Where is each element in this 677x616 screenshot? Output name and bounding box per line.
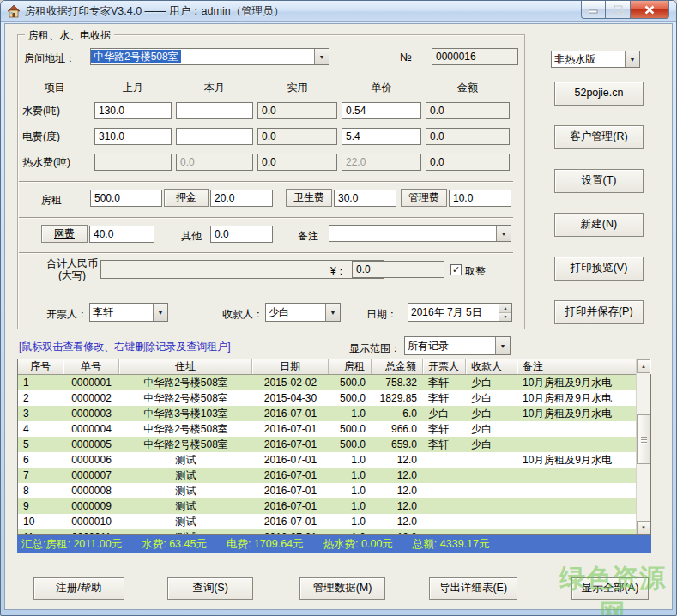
management-field[interactable]: 10.0 [449, 190, 511, 207]
sanitation-button[interactable]: 卫生费 [286, 189, 332, 207]
spin-down-icon[interactable]: ▼ [499, 313, 511, 322]
table-cell: 2016-07-01 [252, 437, 329, 452]
utility-field: 0.0 [257, 128, 337, 145]
chevron-down-icon[interactable]: ▼ [625, 51, 639, 67]
internet-button[interactable]: 网费 [41, 225, 88, 243]
maximize-button[interactable] [606, 1, 631, 19]
utility-field[interactable] [176, 102, 253, 119]
deposit-field[interactable]: 20.0 [210, 190, 273, 207]
table-cell [466, 468, 517, 483]
close-button[interactable] [631, 1, 669, 19]
management-button[interactable]: 管理费 [401, 189, 447, 207]
export-detail-button[interactable]: 导出详细表(E) [429, 577, 517, 600]
manage-data-button[interactable]: 管理数据(M) [299, 577, 385, 600]
table-row[interactable]: 100000010测试2016-07-011.012.0 [18, 514, 636, 529]
internet-field[interactable]: 40.0 [89, 226, 154, 243]
table-cell: 少白 [466, 390, 517, 406]
query-button[interactable]: 查询(S) [167, 577, 253, 600]
remark-combobox[interactable]: ▼ [329, 225, 511, 242]
scroll-up-icon[interactable]: ▲ [637, 359, 650, 373]
other-field[interactable]: 0.0 [210, 226, 273, 243]
table-cell: 10月房租及9月水电 [517, 406, 636, 421]
version-combobox[interactable]: 非热水版 ▼ [551, 51, 640, 68]
spin-up-icon[interactable]: ▲ [499, 304, 511, 313]
round-checkbox[interactable]: ✓ [450, 264, 462, 275]
table-cell [423, 452, 466, 468]
customer-manage-button[interactable]: 客户管理(R) [554, 125, 644, 149]
header-address[interactable]: 住址 [119, 359, 252, 374]
print-preview-button[interactable]: 打印预览(V) [554, 257, 644, 281]
chevron-down-icon[interactable]: ▼ [496, 226, 511, 241]
chevron-down-icon[interactable]: ▼ [325, 304, 340, 321]
scope-combobox[interactable]: 所有记录 ▼ [404, 336, 511, 355]
table-row[interactable]: 110000011测试2016-07-011.012.0 [18, 529, 636, 534]
table-row[interactable]: 40000004中华路2号楼508室2016-07-01500.0966.0李轩… [18, 421, 636, 437]
utility-field[interactable]: 0.54 [342, 102, 421, 119]
date-field[interactable]: 2016年 7月 5日 ▲ ▼ [408, 303, 512, 322]
table-row[interactable]: 10000001中华路2号楼508室2015-02-02500.0758.32李… [18, 375, 636, 390]
utility-field[interactable] [176, 128, 253, 145]
payee-combobox[interactable]: 少白 ▼ [265, 303, 341, 322]
col-amount: 金额 [426, 81, 510, 95]
scroll-thumb[interactable] [637, 414, 650, 464]
chevron-down-icon[interactable]: ▼ [495, 337, 510, 354]
scroll-down-icon[interactable]: ▼ [637, 521, 650, 534]
table-row[interactable]: 20000002中华路2号楼508室2015-04-30500.01829.85… [18, 390, 636, 406]
utility-row: 水费(吨)130.00.00.540.0 [19, 98, 515, 124]
table-row[interactable]: 60000006测试2016-07-011.012.010月房租及9月水电 [18, 452, 636, 468]
date-spinner[interactable]: ▲ ▼ [499, 304, 511, 321]
table-row[interactable]: 70000007测试2016-07-011.012.0 [18, 468, 636, 483]
header-total[interactable]: 总金额 [372, 359, 423, 374]
register-help-button[interactable]: 注册/帮助 [33, 577, 124, 600]
table-cell: 3 [18, 406, 63, 421]
utility-field[interactable]: 130.0 [94, 102, 172, 119]
col-used: 实用 [257, 81, 337, 95]
rent-field[interactable]: 500.0 [90, 190, 162, 207]
header-remark[interactable]: 备注 [517, 359, 650, 374]
table-row[interactable]: 50000005中华路2号楼508室2016-07-01500.0659.0李轩… [18, 437, 636, 452]
payee-value: 少白 [266, 305, 325, 319]
table-row[interactable]: 90000009测试2016-07-011.012.0 [18, 498, 636, 514]
utility-field: 22.0 [342, 154, 421, 171]
header-issuer[interactable]: 开票人 [423, 359, 466, 374]
table-cell: 2016-07-01 [252, 468, 329, 483]
table-cell: 少白 [466, 406, 517, 421]
table-cell: 1.0 [329, 406, 372, 421]
header-order-no[interactable]: 单号 [63, 359, 119, 374]
deposit-button[interactable]: 押金 [164, 189, 209, 207]
utility-grid-body: 水费(吨)130.00.00.540.0电费(度)310.00.05.40.0热… [19, 98, 515, 175]
chevron-down-icon[interactable]: ▼ [314, 49, 329, 64]
table-cell [423, 483, 466, 498]
utility-field[interactable]: 5.4 [342, 128, 421, 145]
receipt-no-field: 0000016 [432, 48, 518, 65]
vertical-scrollbar[interactable]: ▲ ▼ [636, 359, 650, 534]
settings-button[interactable]: 设置(T) [554, 169, 644, 193]
table-cell: 0000008 [63, 483, 119, 498]
table-cell: 2016-07-01 [252, 529, 329, 534]
header-seq[interactable]: 序号 [18, 359, 63, 374]
table-row[interactable]: 80000008测试2016-07-011.012.0 [18, 483, 636, 498]
print-save-button[interactable]: 打印并保存(P) [554, 300, 644, 324]
issuer-combobox[interactable]: 李轩 ▼ [89, 303, 168, 322]
sanitation-field[interactable]: 30.0 [334, 190, 396, 207]
address-combobox[interactable]: 中华路2号楼508室 ▼ [90, 48, 329, 65]
separator [19, 252, 513, 254]
chevron-down-icon[interactable]: ▼ [153, 304, 167, 321]
header-payee[interactable]: 收款人 [466, 359, 517, 374]
new-button[interactable]: 新建(N) [554, 213, 644, 237]
header-rent[interactable]: 房租 [329, 359, 372, 374]
52pojie-button[interactable]: 52pojie.cn [554, 82, 644, 106]
table-cell: 0000007 [63, 468, 119, 483]
table-cell: 少白 [423, 406, 466, 421]
table-cell: 2015-02-02 [252, 375, 329, 390]
table-cell: 12.0 [372, 514, 423, 529]
header-date[interactable]: 日期 [252, 359, 329, 374]
payee-label: 收款人： [222, 307, 263, 322]
table-row[interactable]: 30000003中华路3号楼103室2016-07-011.06.0少白少白10… [18, 406, 636, 421]
table-cell: 2015-04-30 [252, 390, 329, 406]
show-all-button[interactable]: 显示全部(A) [571, 577, 649, 600]
table-cell: 10月房租及9月水电 [517, 375, 636, 390]
minimize-button[interactable] [581, 1, 606, 19]
utility-field[interactable]: 310.0 [94, 128, 172, 145]
scope-label: 显示范围： [349, 341, 401, 356]
